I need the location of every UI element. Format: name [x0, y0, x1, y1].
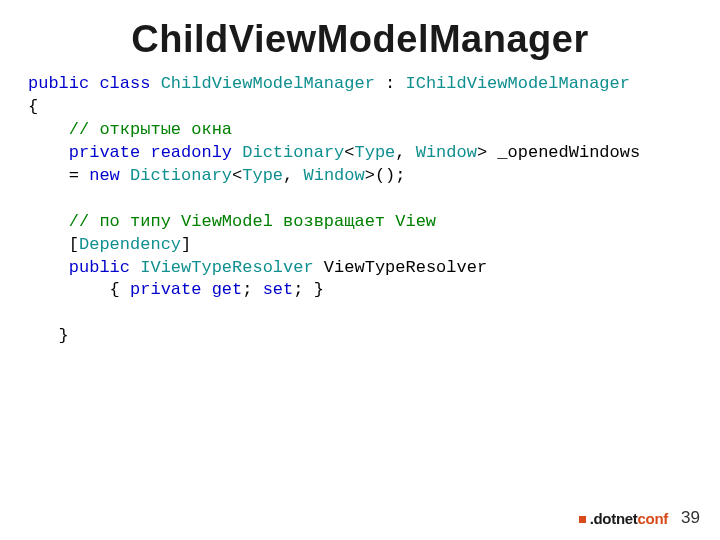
attr-dependency: Dependency [79, 235, 181, 254]
logo-text-conf: conf [638, 510, 668, 527]
angle-open-2: < [232, 166, 242, 185]
prop-name: ViewTypeResolver [314, 258, 487, 277]
semi-2: ; } [293, 280, 324, 299]
interface-name: IChildViewModelManager [406, 74, 630, 93]
brace-open: { [28, 97, 38, 116]
attr-close: ] [181, 235, 191, 254]
type-arg-window: Window [416, 143, 477, 162]
type-arg-type-2: Type [242, 166, 283, 185]
ctor-end: >(); [365, 166, 406, 185]
code-block: public class ChildViewModelManager : ICh… [0, 61, 720, 348]
comment-2: // по типу ViewModel возвращает View [69, 212, 436, 231]
kw-readonly: readonly [150, 143, 232, 162]
kw-public: public [28, 74, 89, 93]
page-number: 39 [681, 508, 700, 528]
semi-1: ; [242, 280, 262, 299]
logo: .dotnetconf [579, 510, 668, 528]
field-name: _openedWindows [497, 143, 640, 162]
brace-close: } [28, 326, 69, 345]
type-dictionary-2: Dictionary [130, 166, 232, 185]
type-arg-window-2: Window [303, 166, 364, 185]
comma-2: , [283, 166, 303, 185]
prop-open: { [28, 280, 130, 299]
kw-new: new [89, 166, 120, 185]
eq-prefix: = [28, 166, 89, 185]
colon: : [375, 74, 406, 93]
kw-get: get [212, 280, 243, 299]
kw-private: private [69, 143, 140, 162]
type-resolver: IViewTypeResolver [140, 258, 313, 277]
kw-set: set [263, 280, 294, 299]
class-name: ChildViewModelManager [161, 74, 375, 93]
comment-1: // открытые окна [69, 120, 232, 139]
kw-public-2: public [69, 258, 130, 277]
type-dictionary: Dictionary [242, 143, 344, 162]
logo-square-icon [579, 516, 586, 523]
angle-open: < [344, 143, 354, 162]
kw-private-2: private [130, 280, 201, 299]
kw-class: class [99, 74, 150, 93]
logo-text-dotnet: .dotnet [590, 510, 638, 527]
attr-open: [ [69, 235, 79, 254]
comma: , [395, 143, 415, 162]
slide-title: ChildViewModelManager [0, 0, 720, 61]
angle-close: > [477, 143, 497, 162]
type-arg-type: Type [355, 143, 396, 162]
